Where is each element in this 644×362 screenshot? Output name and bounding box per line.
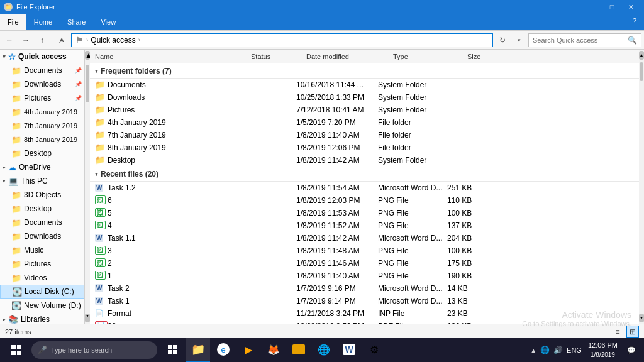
lang-label[interactable]: ENG [567,346,582,354]
up-button[interactable]: ↑ [35,33,49,47]
sidebar-item-documents2[interactable]: 📁 Documents [0,216,84,229]
content-scrollbar[interactable]: ▲ ▼ [639,50,644,324]
column-type[interactable]: Type [393,53,462,60]
sidebar-scrollbar[interactable]: ▲ ▼ [85,50,90,324]
sidebar-item-videos[interactable]: 📁 Videos [0,271,84,285]
table-row[interactable]: W Task 1.1 1/8/2019 11:42 AM Microsoft W… [90,232,639,244]
sidebar-item-onedrive[interactable]: ▸ ☁ OneDrive [0,160,84,174]
address-path[interactable]: ⚑ › Quick access › [71,33,493,47]
taskbar-app-task-view[interactable] [161,338,185,362]
sidebar-item-documents[interactable]: 📁 Documents 📌 [0,63,84,77]
taskbar-app-edge[interactable]: e [211,338,235,362]
notification-button[interactable]: 💬 [624,338,639,362]
sidebar-item-music[interactable]: 📁 Music [0,243,84,257]
taskbar-app-chrome[interactable]: 🌐 [312,338,336,362]
tab-file[interactable]: File [0,14,26,30]
sidebar-item-downloads[interactable]: 📁 Downloads 📌 [0,77,84,91]
file-icon: 🖼 [95,258,105,268]
sidebar-item-local-disk-c[interactable]: 💽 Local Disk (C:) [0,285,84,299]
frequent-folders-header[interactable]: ▾ Frequent folders (7) [90,63,639,79]
tab-home[interactable]: Home [26,14,60,30]
content-scroll-up[interactable]: ▲ [639,51,644,60]
up-arrow-icon[interactable]: ▲ [530,347,536,354]
forward-button[interactable]: → [19,33,33,47]
column-size[interactable]: Size [467,53,511,60]
search-input[interactable] [533,36,625,44]
sidebar-scroll-up[interactable]: ▲ [85,51,90,60]
table-row[interactable]: 🖼 4 1/8/2019 11:52 AM PNG File 137 KB [90,219,639,232]
sidebar-item-4th-jan[interactable]: 📁 4th January 2019 [0,105,84,119]
back-button[interactable]: ← [3,33,16,47]
ribbon-help-button[interactable]: ? [625,14,644,28]
sidebar-item-desktop[interactable]: 📁 Desktop [0,146,84,160]
taskbar-app-vlc[interactable]: ▶ [236,338,260,362]
svg-rect-0 [11,345,16,349]
sidebar-item-libraries[interactable]: ▸ 📚 Libraries [0,312,84,324]
taskbar-search-box[interactable]: 🎤 [31,341,157,359]
column-name[interactable]: Name [95,53,246,60]
table-row[interactable]: 🖼 2 1/8/2019 11:46 AM PNG File 175 KB [90,257,639,270]
table-row[interactable]: 🖼 1 1/8/2019 11:40 AM PNG File 190 KB [90,270,639,282]
table-row[interactable]: 📁 Desktop 1/8/2019 11:42 AM System Folde… [90,154,639,167]
maximize-button[interactable]: □ [602,0,621,14]
folder-icon-desktop2: 📁 [11,204,21,214]
recent-files-header[interactable]: ▾ Recent files (20) [90,167,639,182]
table-row[interactable]: 📄 26nov 10/30/2018 9:56 PM PDF File 196 … [90,320,639,324]
view-details-button[interactable]: ≡ [611,326,624,338]
file-icon: 🖼 [95,271,105,281]
tab-share[interactable]: Share [60,14,93,30]
table-row[interactable]: 📁 8th January 2019 1/8/2019 12:06 PM Fil… [90,141,639,154]
taskbar-app-firefox[interactable]: 🦊 [262,338,286,362]
taskbar-app-file-explorer[interactable]: 📁 [186,338,210,362]
recent-locations-button[interactable]: ⮝ [55,33,69,47]
minimize-button[interactable]: – [584,0,602,14]
content-scroll-down[interactable]: ▼ [639,314,644,322]
tab-view[interactable]: View [93,14,123,30]
sidebar-scroll-down[interactable]: ▼ [85,314,90,322]
table-row[interactable]: 📄 Format 11/21/2018 3:24 PM INP File 23 … [90,307,639,320]
sidebar-item-desktop2[interactable]: 📁 Desktop [0,202,84,216]
taskbar-app-word[interactable]: W [337,338,361,362]
search-box[interactable]: 🔍 [528,33,641,47]
frequent-folders-list: 📁 Documents 10/16/2018 11:44 ... System … [90,79,639,167]
sidebar-item-pictures2[interactable]: 📁 Pictures [0,257,84,271]
sidebar-item-this-pc[interactable]: ▾ 💻 This PC [0,174,84,188]
clock[interactable]: 12:06 PM 1/8/2019 [584,341,621,359]
sidebar-label-pictures2: Pictures [24,260,51,268]
sidebar-item-downloads2[interactable]: 📁 Downloads [0,229,84,243]
file-type: PNG File [378,259,447,268]
taskbar-app-folder[interactable] [287,338,311,362]
column-status[interactable]: Status [251,53,301,60]
table-row[interactable]: 📁 7th January 2019 1/8/2019 11:40 AM Fil… [90,129,639,141]
view-large-icons-button[interactable]: ⊞ [626,326,639,338]
folder-icon-downloads: 📁 [11,80,21,89]
table-row[interactable]: 🖼 5 1/8/2019 11:53 AM PNG File 100 KB [90,207,639,219]
sound-icon[interactable]: 🔊 [553,346,563,354]
table-row[interactable]: 🖼 6 1/8/2019 12:03 PM PNG File 110 KB [90,194,639,207]
dropdown-button[interactable]: ▾ [512,33,526,47]
table-row[interactable]: W Task 1.2 1/8/2019 11:54 AM Microsoft W… [90,182,639,194]
file-modified: 10/16/2018 11:44 ... [296,80,378,89]
sidebar-item-8th-jan[interactable]: 📁 8th January 2019 [0,133,84,146]
table-row[interactable]: 📁 4th January 2019 1/5/2019 7:20 PM File… [90,116,639,129]
network-icon[interactable]: 🌐 [540,346,550,354]
table-row[interactable]: W Task 2 1/7/2019 9:16 PM Microsoft Word… [90,282,639,295]
table-row[interactable]: 📁 Documents 10/16/2018 11:44 ... System … [90,79,639,91]
table-row[interactable]: W Task 1 1/7/2019 9:14 PM Microsoft Word… [90,295,639,307]
start-button[interactable] [3,338,30,362]
table-row[interactable]: 📁 Downloads 10/25/2018 1:33 PM System Fo… [90,91,639,104]
sidebar-item-7th-jan[interactable]: 📁 7th January 2019 [0,119,84,133]
sidebar-label-4th-jan: 4th January 2019 [24,108,77,116]
refresh-button[interactable]: ↻ [496,33,509,47]
close-button[interactable]: ✕ [621,0,640,14]
sidebar-item-pictures[interactable]: 📁 Pictures 📌 [0,91,84,105]
table-row[interactable]: 🖼 3 1/8/2019 11:48 AM PNG File 100 KB [90,244,639,257]
taskbar-search-input[interactable] [51,346,151,354]
sidebar-item-new-volume-d[interactable]: 💽 New Volume (D:) [0,299,84,312]
table-row[interactable]: 📁 Pictures 7/12/2018 10:41 AM System Fol… [90,104,639,116]
file-type: System Folder [378,80,447,89]
sidebar-item-3d-objects[interactable]: 📁 3D Objects [0,188,84,202]
taskbar-app-settings[interactable]: ⚙ [362,338,386,362]
column-date-modified[interactable]: Date modified [306,53,388,60]
sidebar-item-quick-access[interactable]: ▾ ☆ Quick access [0,50,84,63]
